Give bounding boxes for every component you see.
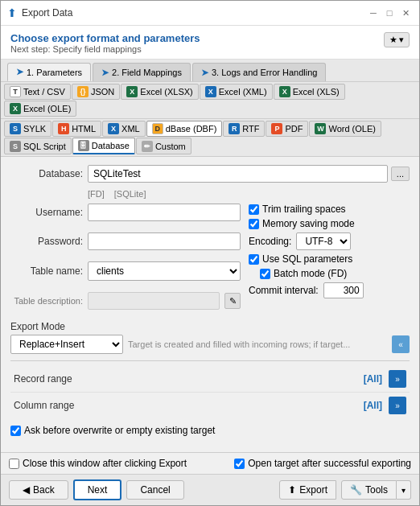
format-excel-xls[interactable]: X Excel (XLS) xyxy=(274,84,345,100)
use-sql-params-checkbox[interactable] xyxy=(249,254,259,265)
star-button[interactable]: ★ ▾ xyxy=(384,32,410,47)
custom-icon: ✏ xyxy=(142,141,153,152)
memory-saving-checkbox[interactable] xyxy=(249,219,259,229)
format-sql-script-label: SQL Script xyxy=(23,142,66,151)
database-more-button[interactable]: ... xyxy=(391,167,410,181)
format-rtf-label: RTF xyxy=(242,124,259,134)
encoding-select[interactable]: UTF-8 xyxy=(296,232,351,250)
export-mode-select[interactable]: Replace+Insert xyxy=(10,335,123,354)
commit-interval-input[interactable] xyxy=(323,282,364,298)
table-name-select[interactable]: clients xyxy=(88,261,241,281)
tools-dropdown-button[interactable]: ▾ xyxy=(397,480,411,500)
format-excel-xlsx[interactable]: X Excel (XLSX) xyxy=(121,84,198,100)
format-dbase-dbf[interactable]: D dBase (DBF) xyxy=(146,121,223,137)
password-input[interactable] xyxy=(88,232,241,250)
format-html[interactable]: H HTML xyxy=(52,121,101,137)
word-ole-icon: W xyxy=(315,123,326,134)
format-database-label: Database xyxy=(92,141,130,150)
table-desc-label: Table description: xyxy=(10,296,83,306)
table-desc-row: Table description: ✎ xyxy=(10,292,241,310)
commit-interval-row: Commit interval: xyxy=(249,282,410,298)
database-row: Database: SQLiteTest ... xyxy=(10,165,410,183)
tab-parameters[interactable]: ➤ 1. Parameters xyxy=(7,63,91,81)
format-custom-label: Custom xyxy=(155,142,186,151)
excel-xls-icon: X xyxy=(279,86,290,97)
batch-mode-checkbox[interactable] xyxy=(260,269,270,279)
left-col: Username: Password: Table name: clients xyxy=(10,204,241,316)
format-custom[interactable]: ✏ Custom xyxy=(136,138,191,154)
database-select[interactable]: SQLiteTest xyxy=(88,165,388,183)
maximize-button[interactable]: □ xyxy=(382,6,397,20)
database-label: Database: xyxy=(10,168,83,179)
tab-parameters-label: 1. Parameters xyxy=(27,68,82,77)
header-text: Choose export format and parameters Next… xyxy=(10,32,200,54)
username-input[interactable] xyxy=(88,204,241,221)
format-sql-script[interactable]: S SQL Script xyxy=(4,138,72,154)
password-label: Password: xyxy=(10,236,83,247)
format-pdf[interactable]: P PDF xyxy=(266,121,308,137)
sql-script-icon: S xyxy=(10,141,21,152)
database-input-group: SQLiteTest ... xyxy=(88,165,410,183)
column-range-value: [All] xyxy=(357,400,389,411)
close-button[interactable]: ✕ xyxy=(398,6,413,20)
header-section: Choose export format and parameters Next… xyxy=(1,26,419,60)
table-desc-input[interactable] xyxy=(88,292,220,310)
export-icon: ⬆ xyxy=(288,484,296,496)
close-after-export-checkbox[interactable] xyxy=(9,459,19,469)
ask-overwrite-label: Ask before overwrite or empty existing t… xyxy=(24,425,215,436)
table-name-row: Table name: clients xyxy=(10,261,241,281)
export-mode-row: Replace+Insert Target is created and fil… xyxy=(10,335,410,354)
tab-logs[interactable]: ➤ 3. Logs and Error Handling xyxy=(192,63,326,81)
format-excel-xml[interactable]: X Excel (XML) xyxy=(200,84,273,100)
format-word-ole[interactable]: W Word (OLE) xyxy=(309,121,381,137)
database-icon: 🗄 xyxy=(78,140,89,151)
xml-icon: X xyxy=(108,123,119,134)
format-text-csv[interactable]: T Text / CSV xyxy=(4,84,71,100)
db-hint-sqlite: [SQLite] xyxy=(114,189,146,199)
tools-button[interactable]: 🔧 Tools xyxy=(341,480,397,500)
title-bar: ⬆ Export Data ─ □ ✕ xyxy=(1,1,419,26)
export-label: Export xyxy=(299,484,327,496)
ask-overwrite-row: Ask before overwrite or empty existing t… xyxy=(10,425,410,436)
format-excel-xml-label: Excel (XML) xyxy=(219,87,267,97)
content-area: Database: SQLiteTest ... [FD] [SQLite] U… xyxy=(1,157,419,452)
format-sylk-label: SYLK xyxy=(23,124,46,134)
format-database[interactable]: 🗄 Database xyxy=(72,138,135,154)
tab-field-mappings[interactable]: ➤ 2. Field Mappings xyxy=(93,63,191,81)
excel-xlsx-icon: X xyxy=(126,86,138,97)
format-html-label: HTML xyxy=(72,124,96,134)
right-col: Trim trailing spaces Memory saving mode … xyxy=(249,204,410,316)
format-sylk[interactable]: S SYLK xyxy=(4,121,51,137)
cancel-button[interactable]: Cancel xyxy=(126,480,183,500)
username-label: Username: xyxy=(10,207,83,218)
format-json[interactable]: {} JSON xyxy=(72,84,120,100)
open-after-export-label: Open target after successful exporting xyxy=(248,458,411,469)
formats-row-2: S SYLK H HTML X XML D dBase (DBF) R RTF … xyxy=(1,119,419,157)
back-button[interactable]: ◀ Back xyxy=(9,480,68,500)
table-desc-edit-button[interactable]: ✎ xyxy=(224,293,241,309)
format-rtf[interactable]: R RTF xyxy=(223,121,265,137)
export-split-button: ⬆ Export xyxy=(279,480,336,500)
next-button[interactable]: Next xyxy=(73,479,122,500)
trim-trailing-spaces-checkbox[interactable] xyxy=(249,204,259,215)
record-range-nav-button[interactable]: » xyxy=(389,370,406,388)
tab-arrow-2: ➤ xyxy=(101,68,109,78)
export-mode-nav-button[interactable]: « xyxy=(392,335,410,353)
use-sql-params-row: Use SQL parameters xyxy=(249,253,410,265)
html-icon: H xyxy=(58,123,69,134)
format-xml[interactable]: X XML xyxy=(102,121,146,137)
format-excel-xls-label: Excel (XLS) xyxy=(293,87,340,97)
export-button[interactable]: ⬆ Export xyxy=(279,480,336,500)
app-icon: ⬆ xyxy=(7,6,17,19)
format-excel-ole[interactable]: X Excel (OLE) xyxy=(4,101,76,117)
ask-overwrite-checkbox[interactable] xyxy=(10,426,21,436)
column-range-nav-button[interactable]: » xyxy=(389,397,406,414)
excel-ole-icon: X xyxy=(10,103,21,114)
column-range-row: Column range [All] » xyxy=(10,393,410,418)
format-word-ole-label: Word (OLE) xyxy=(328,124,375,134)
use-sql-params-label: Use SQL parameters xyxy=(262,253,352,265)
close-after-export-label: Close this window after clicking Export xyxy=(23,458,187,469)
minimize-button[interactable]: ─ xyxy=(366,6,381,20)
open-after-export-checkbox[interactable] xyxy=(234,459,245,469)
dbf-icon: D xyxy=(152,123,163,134)
